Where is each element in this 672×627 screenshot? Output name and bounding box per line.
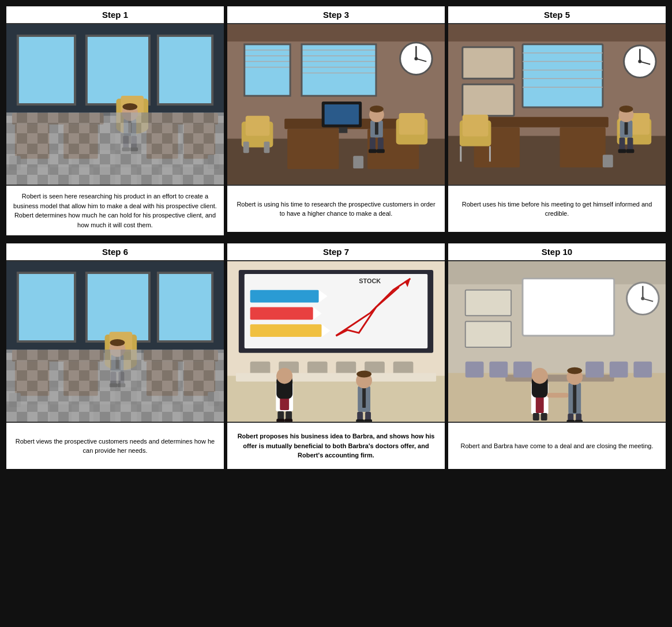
svg-rect-149 [144,350,218,362]
svg-rect-17 [6,150,28,167]
step3-header: Step 3 [227,6,445,24]
svg-rect-37 [123,119,136,136]
svg-rect-157 [111,355,124,372]
svg-rect-147 [15,362,50,396]
svg-point-34 [116,121,148,134]
svg-rect-75 [264,141,269,153]
svg-rect-119 [603,155,613,167]
svg-rect-224 [541,413,547,420]
svg-rect-122 [87,273,149,341]
svg-rect-134 [72,370,93,388]
svg-rect-200 [364,419,372,422]
svg-rect-198 [365,412,371,420]
svg-rect-150 [147,362,178,396]
svg-rect-161 [111,372,117,385]
svg-rect-171 [250,307,313,320]
svg-rect-128 [6,353,28,370]
svg-rect-138 [50,387,72,404]
svg-rect-85 [399,113,425,135]
svg-rect-118 [626,149,635,153]
svg-rect-88 [448,24,666,42]
svg-rect-212 [465,362,484,378]
svg-rect-82 [369,149,377,153]
step6-header: Step 6 [6,243,224,261]
step10-header: Step 10 [448,243,666,261]
step6-scene [6,261,224,423]
svg-rect-191 [276,419,284,422]
svg-rect-192 [284,419,292,422]
step1-header: Step 1 [6,6,224,24]
svg-rect-173 [250,324,322,337]
svg-rect-1 [18,36,75,104]
svg-rect-121 [18,273,75,341]
svg-rect-13 [28,133,50,151]
svg-rect-26 [12,113,104,125]
svg-rect-228 [573,384,576,413]
panel-step3: Step 3 [226,5,446,237]
svg-rect-73 [246,116,270,136]
svg-rect-16 [159,133,181,151]
svg-rect-38 [128,121,132,133]
svg-rect-204 [465,321,511,347]
svg-rect-2 [87,36,149,104]
svg-rect-18 [50,150,72,167]
svg-rect-108 [463,115,489,137]
svg-rect-213 [489,362,508,378]
svg-rect-148 [63,362,98,396]
svg-rect-133 [28,370,50,388]
svg-rect-90 [463,84,514,116]
svg-rect-102 [471,117,609,127]
svg-rect-194 [362,388,366,408]
svg-point-114 [620,106,633,112]
svg-rect-29 [144,113,218,125]
svg-rect-127 [6,353,224,422]
svg-rect-153 [208,392,219,406]
svg-point-40 [122,103,137,110]
svg-point-222 [532,368,548,384]
svg-rect-70 [325,104,359,125]
svg-rect-3 [158,36,212,104]
svg-point-160 [110,339,125,346]
svg-rect-215 [585,362,604,378]
svg-point-154 [105,356,137,370]
svg-rect-49 [302,44,376,96]
panel-step10: Step 10 [446,242,667,471]
svg-rect-8 [6,116,28,133]
svg-rect-130 [93,353,115,370]
svg-rect-123 [158,273,212,341]
svg-rect-234 [575,420,583,422]
svg-point-230 [567,367,582,374]
panel-step6: Step 6 [5,242,226,471]
svg-rect-14 [72,133,93,151]
svg-rect-216 [610,362,628,378]
svg-rect-33 [208,155,219,169]
svg-rect-21 [181,150,202,167]
svg-rect-199 [356,419,364,422]
svg-rect-163 [110,383,118,387]
svg-rect-189 [277,411,284,420]
panel-step7: Step 7 STOCK [226,242,446,471]
svg-rect-142 [28,404,50,422]
svg-rect-47 [227,24,445,42]
svg-rect-164 [117,383,125,387]
svg-rect-30 [147,125,178,159]
svg-point-196 [356,371,371,378]
step1-scene [6,24,224,186]
svg-rect-89 [463,47,514,79]
svg-rect-41 [123,136,129,149]
svg-rect-24 [115,167,137,185]
panel-step5: Step 5 [446,5,667,237]
svg-rect-141 [181,387,202,404]
svg-rect-20 [137,150,159,167]
svg-rect-158 [115,356,119,369]
svg-rect-145 [159,404,181,422]
svg-rect-169 [250,290,319,303]
svg-rect-43 [122,147,130,151]
step5-scene [448,24,666,186]
svg-rect-28 [63,125,98,159]
step6-caption: Robert views the prospective customers n… [6,423,224,469]
svg-rect-131 [137,353,159,370]
svg-rect-27 [15,125,50,159]
svg-rect-152 [9,393,21,407]
svg-rect-77 [375,122,378,135]
